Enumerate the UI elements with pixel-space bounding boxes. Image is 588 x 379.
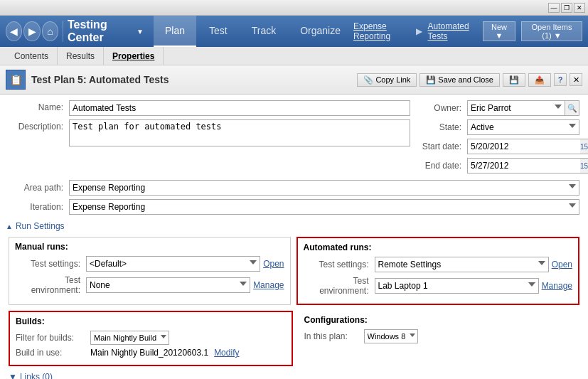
automated-runs-panel: Automated runs: Test settings: Remote Se… bbox=[296, 237, 580, 305]
panel-title: Test Plan 5: Automated Tests bbox=[31, 74, 351, 85]
description-label: Description: bbox=[9, 119, 69, 132]
manual-test-settings-row: Test settings: <Default> Open bbox=[15, 256, 284, 272]
start-date-row: Start date: 15 bbox=[416, 139, 579, 154]
auto-env-select[interactable]: Lab Laptop 1 bbox=[375, 278, 539, 294]
manual-env-select[interactable]: None bbox=[86, 277, 250, 293]
save-close-button[interactable]: 💾 Save and Close bbox=[419, 73, 500, 87]
owner-search-button[interactable]: 🔍 bbox=[565, 100, 579, 116]
state-row: State: Active bbox=[416, 119, 579, 135]
end-date-input[interactable] bbox=[467, 158, 580, 174]
run-settings-header[interactable]: ▲ Run Settings bbox=[0, 218, 588, 234]
area-path-label: Area path: bbox=[9, 183, 69, 193]
forward-button[interactable]: ▶ bbox=[23, 21, 40, 41]
area-path-select[interactable]: Expense Reporting bbox=[69, 180, 579, 196]
builds-panel: Builds: Filter for builds: Main Nightly … bbox=[9, 311, 293, 366]
filter-builds-select[interactable]: Main Nightly Build bbox=[90, 331, 169, 345]
iteration-row: Iteration: Expense Reporting bbox=[9, 199, 579, 215]
name-label: Name: bbox=[9, 100, 69, 112]
subnav-properties[interactable]: Properties bbox=[104, 47, 164, 65]
description-row: Description: Test plan for automated tes… bbox=[9, 119, 410, 146]
open-items-button[interactable]: Open Items (1) ▼ bbox=[521, 21, 582, 41]
restore-button[interactable]: ❐ bbox=[561, 3, 572, 13]
form-right: Owner: Eric Parrot 🔍 State: Active Start… bbox=[416, 100, 579, 177]
help-button[interactable]: ? bbox=[554, 73, 567, 86]
iteration-select[interactable]: Expense Reporting bbox=[69, 199, 579, 215]
forward-icon: ▶ bbox=[28, 26, 36, 37]
state-select[interactable]: Active bbox=[467, 119, 579, 135]
app-title: Testing Center bbox=[68, 18, 132, 44]
links-label: Links (0) bbox=[20, 372, 53, 379]
tab-plan[interactable]: Plan bbox=[154, 16, 196, 47]
manual-env-row: Test environment: None Manage bbox=[15, 275, 284, 295]
subnav-results[interactable]: Results bbox=[58, 47, 104, 65]
manual-manage-link[interactable]: Manage bbox=[253, 280, 284, 290]
auto-test-settings-select[interactable]: Remote Settings bbox=[375, 257, 549, 272]
links-section: ▼ Links (0) bbox=[0, 369, 588, 379]
save-icon-button[interactable]: 💾 bbox=[503, 73, 525, 87]
tab-track[interactable]: Track bbox=[240, 16, 287, 47]
tab-test[interactable]: Test bbox=[198, 16, 239, 47]
panel-icon: 📋 bbox=[6, 70, 26, 90]
window-controls: — ❐ ✕ bbox=[548, 3, 585, 13]
build-in-use-row: Build in use: Main Nightly Build_2012060… bbox=[16, 348, 286, 358]
end-date-label: End date: bbox=[416, 161, 467, 171]
subnav-contents[interactable]: Contents bbox=[6, 47, 58, 65]
breadcrumb-part1[interactable]: Expense Reporting bbox=[353, 21, 410, 41]
auto-test-settings-label: Test settings: bbox=[304, 260, 375, 269]
app-title-dropdown[interactable]: ▼ bbox=[137, 28, 144, 36]
name-input[interactable] bbox=[69, 100, 410, 116]
home-icon: ⌂ bbox=[47, 26, 53, 37]
copy-link-button[interactable]: 📎 Copy Link bbox=[357, 73, 417, 87]
owner-row: Owner: Eric Parrot 🔍 bbox=[416, 100, 579, 116]
home-button[interactable]: ⌂ bbox=[42, 21, 58, 41]
panel-header: 📋 Test Plan 5: Automated Tests 📎 Copy Li… bbox=[0, 65, 588, 95]
copy-icon: 📎 bbox=[363, 75, 373, 85]
modify-link[interactable]: Modify bbox=[214, 348, 239, 358]
builds-title: Builds: bbox=[16, 316, 286, 326]
run-settings-area: Manual runs: Test settings: <Default> Op… bbox=[0, 234, 588, 311]
in-plan-select[interactable]: Windows 8 bbox=[364, 329, 418, 343]
save-icon: 💾 bbox=[426, 75, 436, 85]
run-settings-arrow: ▲ bbox=[6, 223, 13, 230]
back-icon: ◀ bbox=[10, 26, 18, 37]
auto-env-row: Test environment: Lab Laptop 1 Manage bbox=[304, 276, 573, 296]
breadcrumb-part2[interactable]: Automated Tests bbox=[428, 21, 477, 41]
panel-actions: 📎 Copy Link 💾 Save and Close 💾 📤 ? ✕ bbox=[357, 73, 582, 87]
owner-select[interactable]: Eric Parrot bbox=[467, 100, 565, 116]
configs-title: Configurations: bbox=[304, 315, 574, 325]
manual-open-link[interactable]: Open bbox=[263, 259, 284, 269]
run-settings-label: Run Settings bbox=[16, 221, 65, 231]
manual-test-settings-select[interactable]: <Default> bbox=[86, 256, 260, 272]
in-plan-label: In this plan: bbox=[304, 331, 361, 341]
state-label: State: bbox=[416, 122, 467, 132]
back-button[interactable]: ◀ bbox=[6, 21, 22, 41]
close-window-button[interactable]: ✕ bbox=[574, 3, 585, 13]
auto-open-link[interactable]: Open bbox=[552, 260, 572, 269]
export-button[interactable]: 📤 bbox=[528, 73, 551, 87]
top-form: Name: Description: Test plan for automat… bbox=[0, 95, 588, 180]
links-arrow: ▼ bbox=[9, 372, 17, 379]
auto-manage-link[interactable]: Manage bbox=[542, 281, 572, 291]
filter-builds-value: Main Nightly Build bbox=[90, 331, 169, 345]
iteration-label: Iteration: bbox=[9, 202, 69, 212]
start-date-picker[interactable]: 15 bbox=[580, 139, 588, 154]
main-content: 📋 Test Plan 5: Automated Tests 📎 Copy Li… bbox=[0, 65, 588, 379]
nav-divider bbox=[63, 21, 63, 42]
area-path-row: Area path: Expense Reporting bbox=[9, 180, 579, 196]
links-header[interactable]: ▼ Links (0) bbox=[9, 372, 579, 379]
build-in-use-value: Main Nightly Build_20120603.1 Modify bbox=[90, 348, 239, 358]
build-in-use-text: Main Nightly Build_20120603.1 bbox=[90, 348, 208, 358]
close-panel-button[interactable]: ✕ bbox=[570, 73, 582, 86]
filter-builds-row: Filter for builds: Main Nightly Build bbox=[16, 331, 286, 345]
save-disk-icon: 💾 bbox=[509, 75, 519, 85]
start-date-input[interactable] bbox=[467, 139, 580, 154]
description-input[interactable]: Test plan for automated tests bbox=[69, 119, 410, 146]
minimize-button[interactable]: — bbox=[548, 3, 560, 13]
manual-env-label: Test environment: bbox=[15, 275, 86, 295]
end-date-picker[interactable]: 15 bbox=[580, 158, 588, 174]
nav-breadcrumb: Expense Reporting ▶ Automated Tests New … bbox=[353, 21, 582, 41]
auto-test-settings-row: Test settings: Remote Settings Open bbox=[304, 257, 573, 272]
tab-organize[interactable]: Organize bbox=[289, 16, 352, 47]
new-button[interactable]: New ▼ bbox=[483, 21, 515, 41]
manual-runs-panel: Manual runs: Test settings: <Default> Op… bbox=[9, 237, 291, 305]
